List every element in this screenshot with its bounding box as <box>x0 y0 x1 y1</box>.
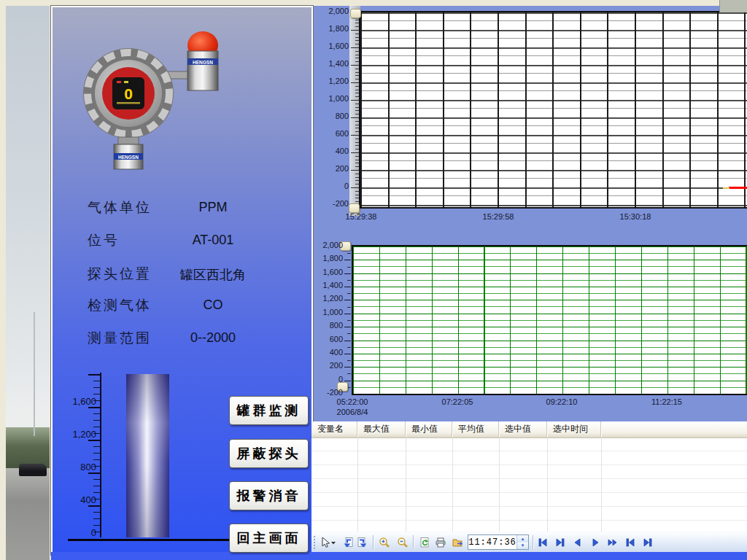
photo-trees <box>6 427 50 468</box>
page-next-icon[interactable] <box>355 536 370 549</box>
chart2-y-tick-label: 200 <box>306 361 343 370</box>
sensor-brand-label: HENGSN <box>118 155 139 160</box>
gauge-tick-label: 1,200 <box>53 429 96 440</box>
chart1-y-tick-label: 1,000 <box>312 94 349 103</box>
chart2-y-tick-label: 600 <box>306 335 343 343</box>
mask-probe-button[interactable]: 屏蔽探头 <box>229 439 309 468</box>
chart2-ruler-ticks <box>344 246 351 394</box>
go-first-icon[interactable] <box>623 536 638 549</box>
cursor-select-icon[interactable] <box>317 536 338 549</box>
table-column-line <box>601 438 602 532</box>
table-header-cell[interactable]: 最大值 <box>357 421 406 437</box>
alarm-brand-label: HENGSN <box>193 60 213 65</box>
gauge-tick-label: 1,600 <box>53 396 96 407</box>
skip-to-end-icon[interactable] <box>553 536 568 549</box>
step-backward-icon[interactable] <box>570 536 585 549</box>
chart2-y-tick-label: 1,800 <box>306 254 343 262</box>
time-spinner[interactable]: 11:47:36 ▲▼ <box>468 534 529 550</box>
chart2-y-tick-label: 1,200 <box>306 294 343 303</box>
table-header-cell[interactable]: 选中值 <box>499 421 547 437</box>
zoom-out-icon[interactable] <box>395 536 410 549</box>
chart1-range-handle-top[interactable] <box>350 9 361 18</box>
alarm-body <box>187 51 218 90</box>
table-header-cell[interactable]: 平均值 <box>452 421 499 437</box>
toolbar-grip[interactable] <box>313 535 316 549</box>
refresh-icon[interactable] <box>417 536 432 549</box>
chart2-x-tick-label: 09:22:10 <box>533 397 591 406</box>
chart2-y-tick-label: 800 <box>306 321 343 330</box>
info-label: 测量范围 <box>88 329 152 348</box>
scada-screen: HENGSN 0 HENGSN 变量名最大值最小值平均值选中值选中时间 <box>0 0 747 560</box>
skip-to-start-icon[interactable] <box>535 536 550 549</box>
print-icon[interactable] <box>433 536 448 549</box>
chart2-y-tick-label: 0 <box>306 375 343 384</box>
chart2-y-tick-label: 1,400 <box>306 281 343 289</box>
table-column-line <box>357 438 358 532</box>
page-previous-icon[interactable] <box>341 536 355 549</box>
fast-forward-icon[interactable] <box>605 536 620 549</box>
chart1-x-tick-label: 15:30:18 <box>606 212 665 221</box>
toolbar-separator <box>413 535 414 549</box>
photo-pole <box>34 312 35 436</box>
chart1-scroll-corner <box>719 0 747 12</box>
statistics-table-body[interactable] <box>311 438 747 532</box>
gauge-ruler-line <box>100 373 101 537</box>
info-value: CO <box>166 298 260 313</box>
chart1-y-tick-label: 0 <box>312 182 349 190</box>
photo-car <box>19 464 47 476</box>
info-value: 罐区西北角 <box>166 266 260 284</box>
chart1-y-tick-label: 1,400 <box>312 59 349 68</box>
photo-road <box>6 468 50 560</box>
gauge-cylinder <box>126 374 169 537</box>
step-forward-icon[interactable] <box>588 536 603 549</box>
return-main-screen-button[interactable]: 回主画面 <box>229 524 309 553</box>
chart1-y-tick-label: 600 <box>312 129 349 138</box>
table-column-line <box>406 438 406 532</box>
zoom-in-icon[interactable] <box>377 536 392 549</box>
table-column-line <box>452 438 453 532</box>
table-header-cell[interactable]: 最小值 <box>406 421 452 437</box>
info-value: PPM <box>166 200 260 215</box>
gauge-tick-label: 400 <box>53 494 96 505</box>
toolbar-separator <box>533 535 533 549</box>
chart2-date-label: 2006/8/4 <box>323 408 382 416</box>
time-value[interactable]: 11:47:36 <box>468 535 516 549</box>
info-label: 探头位置 <box>88 265 152 284</box>
gas-detector-image: HENGSN 0 HENGSN <box>73 23 223 171</box>
info-label: 气体单位 <box>88 198 152 217</box>
bottom-edge-strip <box>51 552 747 560</box>
gauge-baseline <box>68 539 233 541</box>
chart1-y-tick-label: 1,200 <box>312 77 349 85</box>
chart1-x-tick-label: 15:29:58 <box>469 212 527 221</box>
table-header-cell[interactable]: 选中时间 <box>547 421 601 437</box>
chart2-y-tick-label: 1,600 <box>306 268 343 276</box>
time-spin-buttons[interactable]: ▲▼ <box>516 535 528 549</box>
chart2-x-tick-label: 05:22:00 <box>323 397 382 406</box>
chart1-y-tick-label: 800 <box>312 112 349 120</box>
chart2-x-tick-label: 07:22:05 <box>428 397 487 406</box>
export-icon[interactable] <box>450 536 465 549</box>
chart2-y-tick-label: 1,000 <box>306 308 343 316</box>
gauge-tick-label: 0 <box>53 527 96 538</box>
trend-series-co-tail <box>723 187 729 189</box>
go-last-icon[interactable] <box>640 536 655 549</box>
chart2-y-tick-label: 2,000 <box>306 241 343 249</box>
gauge-tick-label: 800 <box>53 462 96 472</box>
table-column-line <box>547 438 548 532</box>
info-label: 检测气体 <box>88 296 152 315</box>
chart1-y-tick-label: 400 <box>312 147 349 155</box>
tank-group-monitor-button[interactable]: 罐群监测 <box>229 396 309 425</box>
chart2-y-tick-label: 400 <box>306 348 343 357</box>
top-edge-strip <box>0 0 747 6</box>
history-trend-plot[interactable] <box>352 245 747 395</box>
chart1-y-tick-label: 1,600 <box>312 42 349 50</box>
statistics-table-header: 变量名最大值最小值平均值选中值选中时间 <box>311 421 747 438</box>
info-value: AT-001 <box>166 233 260 248</box>
chart1-y-tick-label: 200 <box>312 164 349 173</box>
chart1-y-tick-label: 1,800 <box>312 24 349 33</box>
info-label: 位号 <box>88 231 120 250</box>
realtime-trend-plot[interactable] <box>359 11 747 209</box>
alarm-mute-button[interactable]: 报警消音 <box>229 481 309 510</box>
trend-toolbar: 11:47:36 ▲▼ <box>311 532 747 552</box>
table-header-cell[interactable]: 变量名 <box>311 421 357 437</box>
